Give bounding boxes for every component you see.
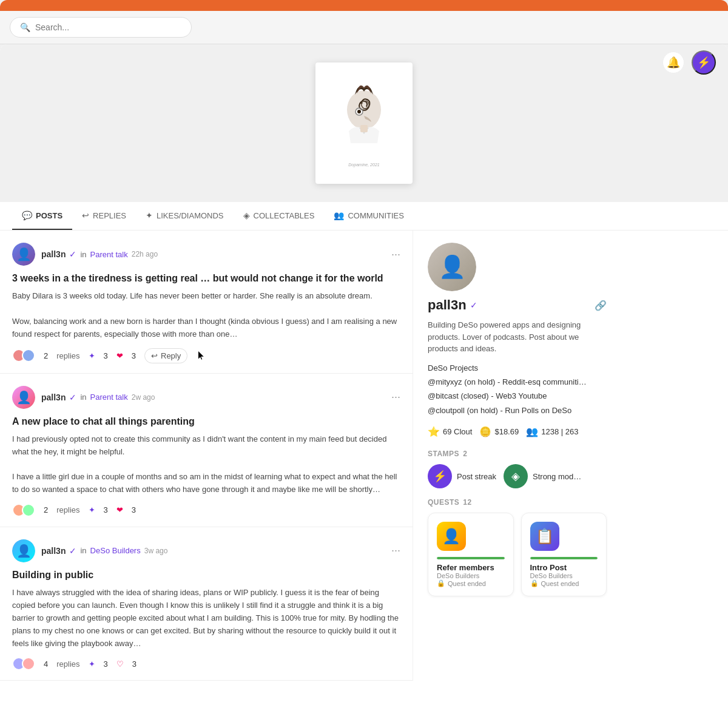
search-icon: 🔍: [20, 22, 30, 32]
stamp-item: ◈ Strong mod…: [504, 464, 581, 488]
clout-icon: ⭐: [428, 426, 440, 437]
clout-stat: ⭐ 69 Clout: [428, 426, 472, 437]
post-meta: pall3n ✓ in DeSo Builders 3w ago: [41, 546, 385, 556]
project-3: @cloutpoll (on hold) - Run Polls on DeSo: [428, 403, 607, 417]
diamond-icon: ✦: [89, 351, 95, 360]
post-community-name[interactable]: Parent talk: [90, 250, 128, 259]
lock-icon-2: 🔒: [530, 579, 539, 587]
sidebar-avatar: 👤: [428, 243, 476, 291]
post-time: 2w ago: [132, 393, 155, 402]
quests-count: 12: [463, 498, 471, 507]
post-body: Baby Dilara is 3 weeks old today. Life h…: [12, 290, 400, 340]
verified-badge: ✓: [69, 393, 76, 402]
post-community-name[interactable]: DeSo Builders: [90, 546, 141, 555]
tab-likes-label: LIKES/DIAMONDS: [157, 211, 224, 220]
avatar-image: 👤: [12, 539, 35, 562]
quest-community-1: DeSo Builders: [437, 572, 505, 579]
post-username: pall3n: [41, 249, 66, 259]
diamond-icon: ✦: [89, 505, 95, 514]
reply-avatars: [12, 349, 35, 362]
followers-value: 1238 | 263: [541, 427, 578, 436]
post-body: I had previously opted not to create thi…: [12, 433, 400, 496]
post-meta: pall3n ✓ in Parent talk 22h ago: [41, 249, 385, 259]
followers-stat: 👥 1238 | 263: [526, 426, 578, 437]
sidebar-username: pall3n: [428, 297, 467, 313]
cursor-indicator: [198, 351, 204, 360]
quest-status-1: 🔒 Quest ended: [437, 579, 505, 587]
profile-tabs: 💬 POSTS ↩ REPLIES ✦ LIKES/DIAMONDS ◈ COL…: [0, 202, 728, 231]
right-sidebar: 👤 pall3n ✓ 🔗 Building DeSo powered apps …: [413, 231, 619, 681]
post-actions: 4 replies ✦ 3 ♡ 3: [12, 657, 400, 670]
tab-collectables-label: COLLECTABLES: [254, 211, 315, 220]
quest-icon-intro: 📋: [530, 522, 559, 551]
reply-arrow-icon: ↩: [151, 351, 158, 360]
avatar-image: 👤: [12, 243, 35, 266]
post-username: pall3n: [41, 393, 66, 402]
heart-icon: ❤: [116, 505, 123, 514]
reply-avatar-2: [22, 657, 35, 670]
search-input[interactable]: [35, 22, 181, 32]
collectables-tab-icon: ◈: [243, 211, 250, 220]
reply-button[interactable]: ↩ Reply: [144, 348, 187, 363]
stamps-count: 2: [463, 450, 467, 458]
post-meta: pall3n ✓ in Parent talk 2w ago: [41, 393, 385, 402]
banner-card: Dopamine, 2021: [315, 62, 413, 184]
quest-card-2[interactable]: 📋 Intro Post DeSo Builders 🔒 Quest ended: [521, 513, 607, 596]
quest-status-2: 🔒 Quest ended: [530, 579, 598, 587]
project-2: @bitcast (closed) - Web3 Youtube: [428, 389, 607, 403]
followers-icon: 👥: [526, 426, 538, 437]
quest-card-1[interactable]: 👤 Refer members DeSo Builders 🔒 Quest en…: [428, 513, 514, 596]
post-time: 3w ago: [144, 547, 168, 555]
tab-posts[interactable]: 💬 POSTS: [12, 202, 72, 230]
stamp-item: ⚡ Post streak: [428, 464, 496, 488]
post-title: 3 weeks in a the tiredness is getting re…: [12, 272, 400, 285]
tab-communities-label: COMMUNITIES: [348, 211, 403, 220]
post-community-label: in: [80, 546, 86, 555]
diamond-count: 3: [104, 351, 108, 360]
lock-icon-1: 🔒: [437, 579, 445, 587]
quest-title-1: Refer members: [437, 563, 505, 572]
post-more-button[interactable]: ···: [391, 391, 400, 403]
notification-button[interactable]: 🔔: [662, 52, 684, 73]
post-avatar: 👤: [12, 386, 35, 409]
reply-avatar-2: [22, 349, 35, 362]
post-avatar: 👤: [12, 243, 35, 266]
quest-icon-refer: 👤: [437, 522, 466, 551]
reply-label: replies: [56, 505, 79, 514]
heart-icon: ♡: [116, 659, 124, 669]
quest-community-2: DeSo Builders: [530, 572, 598, 579]
reply-button-label: Reply: [161, 351, 181, 360]
tab-replies[interactable]: ↩ REPLIES: [72, 202, 136, 230]
post-more-button[interactable]: ···: [391, 248, 400, 261]
post-community-name[interactable]: Parent talk: [90, 393, 128, 402]
avatar-image: 👤: [12, 386, 35, 409]
sidebar-stats: ⭐ 69 Clout 🪙 $18.69 👥 1238 | 263: [428, 426, 607, 437]
heart-count: 3: [132, 659, 136, 669]
user-avatar-button[interactable]: ⚡: [692, 50, 716, 75]
svg-rect-5: [360, 125, 368, 132]
post-body: I have always struggled with the idea of…: [12, 587, 400, 650]
post-more-button[interactable]: ···: [391, 544, 400, 557]
stamp-badge-purple: ⚡: [428, 464, 452, 488]
posts-tab-icon: 💬: [22, 211, 32, 220]
likes-tab-icon: ✦: [146, 211, 153, 220]
post-time: 22h ago: [132, 250, 158, 258]
post-community-label: in: [80, 393, 86, 402]
tab-likes[interactable]: ✦ LIKES/DIAMONDS: [136, 202, 234, 230]
tab-collectables[interactable]: ◈ COLLECTABLES: [234, 202, 325, 230]
stamp-label-2: Strong mod…: [533, 472, 581, 481]
reply-count: 2: [44, 351, 48, 360]
heart-icon: ❤: [116, 351, 123, 360]
heart-count: 3: [132, 351, 136, 360]
sidebar-link-icon[interactable]: 🔗: [595, 300, 607, 311]
sidebar-verified: ✓: [470, 300, 477, 310]
profile-card: 👤 pall3n ✓ 🔗 Building DeSo powered apps …: [428, 243, 607, 437]
sidebar-projects: DeSo Projects @mityxyz (on hold) - Reddi…: [428, 361, 607, 418]
tab-communities[interactable]: 👥 COMMUNITIES: [324, 202, 413, 230]
post-item: 👤 pall3n ✓ in DeSo Builders 3w ago ··· B…: [0, 527, 413, 681]
app-header: 🔔 ⚡: [662, 50, 716, 75]
heart-count: 3: [132, 505, 136, 514]
svg-text:Dopamine, 2021: Dopamine, 2021: [348, 163, 379, 167]
search-bar[interactable]: 🔍: [10, 17, 192, 38]
quest-progress-fill-2: [530, 557, 598, 559]
